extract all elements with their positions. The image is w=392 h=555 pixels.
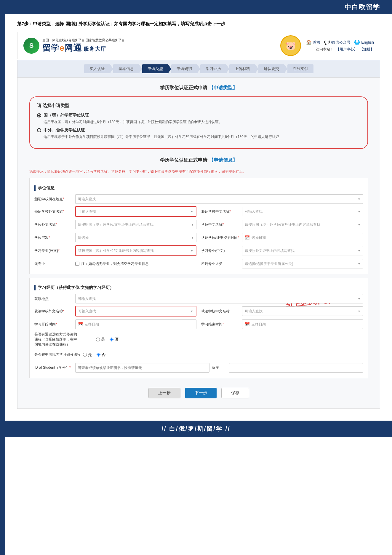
select-major-category[interactable]: 请选择(选择所学专业所属分类) <box>242 259 363 268</box>
radio-remote-course[interactable]: 是 否 <box>96 337 119 342</box>
radio-1-desc: 适用于在国（境）外学习时间超过6个月（180天）并获得国（境）外院校颁发的学历学… <box>44 119 360 125</box>
row-study-start: 学习开始时间* 📅 选择日期 <box>34 319 196 330</box>
step-2: 基本信息 <box>113 64 142 73</box>
top-header: 中白欧留学 <box>0 0 392 14</box>
select-major-chinese[interactable]: 请按照外文证书上内容填写查找 <box>242 246 363 255</box>
radio-remote-no[interactable]: 否 <box>110 337 119 342</box>
header-right: 🐷 🏠 首页 💬 微信公众号 🌐 English <box>280 35 374 56</box>
input-degree-chinese[interactable]: 请按照国（境）外学位/文凭证书上内容填写查找 <box>242 220 363 229</box>
step-label-1: 实人认证 <box>84 64 110 73</box>
step-arrow-1 <box>110 65 113 73</box>
input-study-start[interactable]: 📅 选择日期 <box>75 319 196 329</box>
nav-bottom: 访问本站！ 【用户中心】 【注册】 <box>316 47 374 52</box>
request-type-box: 请 选择申请类型 国（境）外学历学位认证 适用于在国（境）外学习时间超过6个月（… <box>29 96 368 149</box>
input-major-category[interactable]: 请选择(选择所学专业所属分类) <box>242 259 363 268</box>
section-title-2: 学历学位认证正式申请 【申请信息】 <box>29 157 368 163</box>
input-study-location[interactable]: 可输入查找 <box>75 294 363 303</box>
step-instruction: 第7步：申请类型，选择 国(境) 外学历学位认证；如有国内学习课程一定如实填写，… <box>17 20 380 27</box>
select-school-foreign[interactable]: 可输入查找 <box>75 206 196 217</box>
nav-wechat[interactable]: 💬 微信公众号 <box>324 39 351 45</box>
radio-row-1[interactable]: 国（境）外学历学位认证 <box>37 113 360 118</box>
mascot-icon: 🐷 <box>280 35 301 56</box>
label-school-foreign: 颁证学校外文名称* <box>34 209 73 214</box>
degree-info-section: 学位信息 颁证学校所在地点* 可输入查找 颁证学校外文名称* 可输入查找 <box>29 178 368 274</box>
select-study-location[interactable]: 可输入查找 <box>75 294 363 303</box>
select-study-school-foreign[interactable]: 可输入查找 <box>75 306 196 317</box>
label-study-school-foreign: 就读学校外文名称* <box>34 309 73 314</box>
step-3: 申请类型 <box>142 64 171 73</box>
label-study-location: 就读地点 <box>34 296 73 301</box>
select-degree-foreign[interactable]: 请按照国（境）外学位/文凭证书上内容填写查找 <box>75 220 196 229</box>
nav-user-center[interactable]: 【用户中心】 <box>336 47 357 52</box>
radio-domestic-no[interactable]: 否 <box>97 352 105 357</box>
nav-register[interactable]: 【注册】 <box>360 47 374 52</box>
save-button[interactable]: 保存 <box>221 388 249 398</box>
row-school-chinese: 颁证学校中文名称* 可输入查找 <box>201 206 363 217</box>
input-no-major[interactable] <box>75 262 79 266</box>
radio-1-icon[interactable] <box>37 113 41 117</box>
label-no-major: 无专业 <box>34 261 73 266</box>
step-arrow-3 <box>168 65 171 73</box>
input-study-end[interactable]: 📅 选择日期 <box>242 319 363 329</box>
label-degree-level: 学位层次* <box>34 235 73 240</box>
nav-top: 🏠 首页 💬 微信公众号 🌐 English <box>306 39 374 45</box>
input-student-id[interactable] <box>75 363 209 373</box>
step-5: 学习经历 <box>200 64 229 73</box>
select-degree-chinese[interactable]: 请按照国（境）外学位/文凭证书上内容填写查找 <box>242 220 363 229</box>
request-type-title: 请 选择申请类型 <box>37 103 360 109</box>
radio-option-1: 国（境）外学历学位认证 适用于在国（境）外学习时间超过6个月（180天）并获得国… <box>37 113 360 125</box>
radio-2-label: 中外…合学历学位认证 <box>44 128 85 133</box>
step-4: 申请码绑 <box>171 64 200 73</box>
prev-button[interactable]: 上一步 <box>148 388 180 398</box>
input-major-foreign[interactable]: 请按照国（境）外学位/文凭证书上内容填写查找 <box>76 246 196 255</box>
label-major-category: 所属专业大类 <box>201 261 240 266</box>
input-major-chinese[interactable]: 请按照外文证书上内容填写查找 <box>242 246 363 255</box>
select-study-school-chinese[interactable]: 可输入查找 <box>242 306 363 316</box>
radio-domestic-course[interactable]: 是 否 <box>83 352 105 357</box>
degree-grid: 颁证学校外文名称* 可输入查找 颁证学校中文名称* 可输入查找 学位外文名称* <box>34 206 363 269</box>
label-location: 颁证学校所在地点* <box>34 197 73 202</box>
radio-row-2[interactable]: 中外…合学历学位认证 <box>37 128 360 133</box>
platform-name: 全国一体化在线政务服务平台|国家智慧教育公共服务平台 留学e网通 服务大厅 <box>42 38 125 54</box>
input-study-school-chinese[interactable]: 可输入查找 <box>242 306 363 316</box>
warm-tip: 温馨提示：请从颁证地点逐一填写，填写学校名称、学位名称、学习专业时，如下拉菜单选… <box>29 169 368 174</box>
input-degree-foreign[interactable]: 请按照国（境）外学位/文凭证书上内容填写查找 <box>75 220 196 229</box>
platform-name-bottom: 留学e网通 服务大厅 <box>42 42 125 54</box>
platform-name-top: 全国一体化在线政务服务平台|国家智慧教育公共服务平台 <box>42 38 125 42</box>
step-label-4: 申请码绑 <box>171 64 197 73</box>
checkbox-no-major[interactable]: 注：如勾选无专业，则会清空学习专业信息 <box>75 261 149 266</box>
input-school-foreign[interactable]: 可输入查找 <box>76 207 196 216</box>
input-degree-level[interactable]: 请选择 <box>75 233 196 242</box>
row-no-major: 无专业 注：如勾选无专业，则会清空学习专业信息 <box>34 258 196 269</box>
section-title-link-2[interactable]: 【申请信息】 <box>209 158 237 163</box>
platform-header: S 全国一体化在线政务服务平台|国家智慧教育公共服务平台 留学e网通 服务大厅 … <box>17 32 380 59</box>
input-cert-date[interactable]: 📅 选择日期 <box>242 233 363 242</box>
nav-english[interactable]: 🌐 English <box>354 39 374 45</box>
input-school-chinese[interactable]: 可输入查找 <box>242 207 363 216</box>
input-study-school-foreign[interactable]: 可输入查找 <box>76 306 196 316</box>
radio-domestic-yes[interactable]: 是 <box>83 352 92 357</box>
radio-remote-yes[interactable]: 是 <box>96 337 105 342</box>
section-title-link-1[interactable]: 【申请类型】 <box>209 85 237 90</box>
study-history-section: 学习经历（获得此学位/文凭的学习经历） 红色区域写俄文 就读地点 可输入查找 就… <box>29 278 368 378</box>
study-row-location: 就读地点 可输入查找 <box>34 294 363 303</box>
globe-icon: 🌐 <box>354 39 360 45</box>
step-arrow-6 <box>255 65 258 73</box>
nav-home[interactable]: 🏠 首页 <box>306 39 321 45</box>
select-location[interactable]: 可输入查找 <box>75 194 363 204</box>
next-button[interactable]: 下一步 <box>185 388 217 398</box>
label-student-id: ID of Student（学号）* <box>34 365 73 370</box>
study-section-title: 学习经历（获得此学位/文凭的学习经历） <box>34 285 363 290</box>
row-degree-foreign: 学位外文名称* 请按照国（境）外学位/文凭证书上内容填写查找 <box>34 219 196 230</box>
label-degree-foreign: 学位外文名称* <box>34 222 73 227</box>
select-school-chinese[interactable]: 可输入查找 <box>242 207 363 216</box>
select-major-foreign[interactable]: 请按照国（境）外学位/文凭证书上内容填写查找 <box>75 245 196 256</box>
select-degree-level[interactable]: 请选择 <box>75 233 196 242</box>
logo-icon: S <box>23 38 39 54</box>
row-cert-date: 认证学位/证书授予时间* 📅 选择日期 <box>201 232 363 243</box>
radio-2-icon[interactable] <box>37 128 41 132</box>
input-remark[interactable] <box>229 363 363 373</box>
section-title-1: 学历学位认证正式申请 【申请类型】 <box>29 85 368 91</box>
row-domestic-course: 是否在中国境内学习部分课程 是 否 <box>34 349 196 360</box>
input-location[interactable]: 可输入查找 <box>75 194 363 204</box>
